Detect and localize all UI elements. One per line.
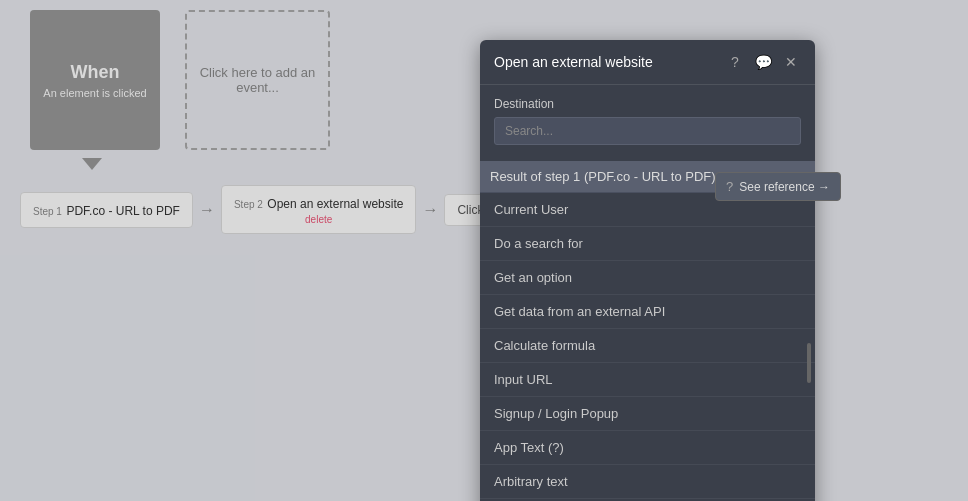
modal-title: Open an external website (494, 54, 653, 70)
search-input[interactable] (494, 117, 801, 145)
dropdown-list: Current User Do a search for Get an opti… (480, 192, 815, 501)
highlighted-result-text: Result of step 1 (PDF.co - URL to PDF) (490, 169, 716, 184)
dropdown-item-arbitrary-text[interactable]: Arbitrary text (480, 465, 815, 499)
dropdown-item-formula[interactable]: Calculate formula (480, 329, 815, 363)
chat-icon[interactable]: 💬 (753, 52, 773, 72)
scroll-indicator (807, 343, 811, 383)
close-icon[interactable]: ✕ (781, 52, 801, 72)
modal-body: Destination (480, 85, 815, 157)
modal-dialog: Open an external website ? 💬 ✕ Destinati… (480, 40, 815, 501)
dropdown-item-input-url[interactable]: Input URL (480, 363, 815, 397)
dropdown-item-option[interactable]: Get an option (480, 261, 815, 295)
reference-icon: ? (726, 179, 733, 194)
modal-header: Open an external website ? 💬 ✕ (480, 40, 815, 85)
dropdown-item-external-api[interactable]: Get data from an external API (480, 295, 815, 329)
modal-header-icons: ? 💬 ✕ (725, 52, 801, 72)
dropdown-item-search[interactable]: Do a search for (480, 227, 815, 261)
dropdown-item-signup[interactable]: Signup / Login Popup (480, 397, 815, 431)
reference-text: See reference → (739, 180, 830, 194)
help-icon[interactable]: ? (725, 52, 745, 72)
destination-label: Destination (494, 97, 801, 111)
reference-tooltip: ? See reference → (715, 172, 841, 201)
dropdown-item-app-text[interactable]: App Text (?) (480, 431, 815, 465)
